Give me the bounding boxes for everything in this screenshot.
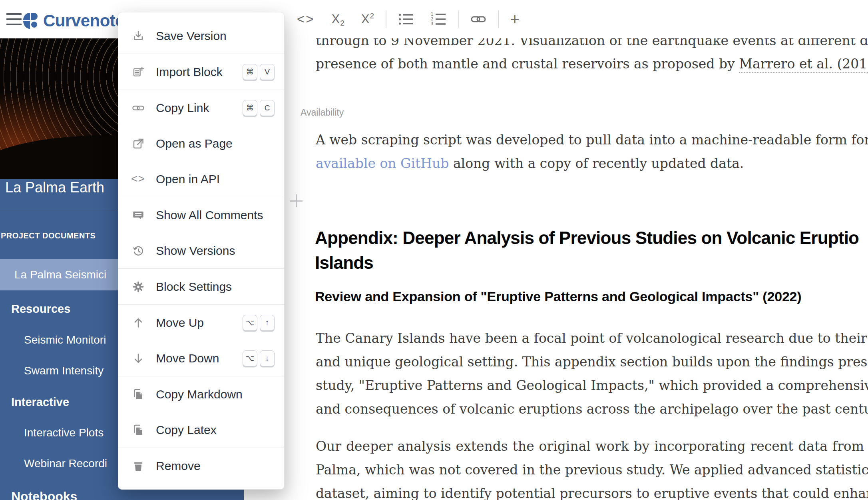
- keycap-c: C: [260, 100, 275, 116]
- shortcut-keys: ⌘ V: [243, 64, 275, 80]
- sidebar-item-label: Notebooks: [11, 489, 77, 500]
- menu-item-label: Block Settings: [156, 280, 232, 294]
- keycap-v: V: [260, 64, 275, 80]
- menu-item-move-down[interactable]: Move Down ⌥ ↓: [118, 340, 284, 376]
- keycap-cmd: ⌘: [243, 100, 257, 116]
- sidebar-item-label: Swarm Intensity: [24, 364, 104, 377]
- menu-item-remove[interactable]: Remove: [118, 448, 284, 484]
- superscript-base: X: [361, 12, 370, 26]
- sidebar-item-label: La Palma Seismici: [14, 268, 106, 281]
- availability-line: A web scraping script was developed to p…: [316, 131, 864, 149]
- menu-item-label: Show All Comments: [156, 208, 263, 222]
- menu-item-label: Show Versions: [156, 244, 235, 258]
- menu-item-label: Move Down: [156, 352, 219, 365]
- trash-icon: [132, 460, 145, 472]
- brand-name: Curvenote: [43, 11, 124, 30]
- doc-paragraph-line: and unique geological setting. This appe…: [316, 353, 864, 371]
- doc-paragraph-line: The Canary Islands have been a focal poi…: [316, 330, 864, 347]
- brand[interactable]: Curvenote: [23, 11, 124, 30]
- menu-item-copy-latex[interactable]: Copy Latex: [118, 412, 284, 448]
- doc-paragraph-line: Our deeper analysis extends the original…: [316, 438, 864, 455]
- doc-paragraph-line: study, "Eruptive Patterns and Geological…: [316, 377, 864, 394]
- keycap-option: ⌥: [243, 350, 257, 366]
- copy-icon: [132, 424, 145, 436]
- review-subheading: Review and Expansion of "Eruptive Patter…: [315, 289, 801, 304]
- menu-item-show-all-comments[interactable]: Show All Comments: [118, 197, 284, 233]
- keycap-cmd: ⌘: [243, 64, 257, 80]
- toolbar-divider: [386, 10, 386, 28]
- menu-item-copy-link[interactable]: Copy Link ⌘ C: [118, 90, 284, 126]
- code-glyph: <>: [131, 173, 145, 185]
- svg-text:3: 3: [431, 22, 433, 26]
- download-icon: [132, 30, 145, 42]
- keycap-arrow-down: ↓: [260, 350, 275, 366]
- curvenote-editor-screen: through to 9 November 2021. Visualizatio…: [0, 0, 868, 500]
- sidebar-item-label: Resources: [11, 302, 70, 316]
- menu-item-block-settings[interactable]: Block Settings: [118, 269, 284, 304]
- menu-item-label: Remove: [156, 459, 201, 473]
- project-documents-label: PROJECT DOCUMENTS: [1, 231, 96, 240]
- history-icon: [132, 244, 145, 257]
- menu-item-label: Move Up: [156, 316, 204, 330]
- shortcut-keys: ⌥ ↓: [243, 350, 275, 366]
- bullet-list-tool-icon[interactable]: [390, 12, 422, 26]
- import-block-icon: [132, 66, 145, 78]
- superscript-tool-icon[interactable]: X2: [353, 12, 382, 26]
- svg-text:1: 1: [431, 12, 433, 16]
- curvenote-logo-icon: [23, 13, 38, 29]
- svg-text:2: 2: [431, 17, 433, 21]
- menu-item-open-in-api[interactable]: <> Open in API: [118, 161, 284, 197]
- menu-item-import-block[interactable]: Import Block ⌘ V: [118, 54, 284, 90]
- add-block-tool-icon[interactable]: +: [502, 10, 528, 28]
- menu-item-label: Copy Link: [156, 101, 209, 115]
- menu-item-move-up[interactable]: Move Up ⌥ ↑: [118, 305, 284, 340]
- availability-section-label: Availability: [301, 107, 344, 118]
- link-icon: [132, 102, 145, 114]
- subscript-base: X: [332, 12, 340, 26]
- doc-text: along with a copy of recently updated da…: [449, 156, 744, 171]
- doc-paragraph-line: Palma, which was not covered in the prev…: [316, 461, 864, 479]
- hamburger-menu-icon[interactable]: [6, 13, 22, 25]
- citation-link[interactable]: Marrero et al. (2019): [739, 56, 868, 73]
- subscript-mark: 2: [340, 19, 344, 28]
- sidebar-item-label: Interactive: [11, 396, 69, 409]
- shortcut-keys: ⌘ C: [243, 100, 275, 116]
- gear-icon: [132, 280, 145, 293]
- link-tool-icon[interactable]: [462, 13, 495, 25]
- numbered-list-tool-icon[interactable]: 1 2 3: [422, 12, 455, 26]
- github-link[interactable]: available on GitHub: [316, 156, 449, 171]
- subscript-tool-icon[interactable]: X2: [323, 12, 353, 26]
- sidebar-item-label: Webinar Recordi: [24, 457, 107, 470]
- block-context-menu: Save Version Import Block ⌘ V: [118, 12, 285, 490]
- code-tool-icon[interactable]: <>: [289, 12, 323, 27]
- menu-item-label: Import Block: [156, 65, 223, 79]
- doc-paragraph-line: and consequences of volcanic eruptions a…: [316, 400, 864, 418]
- menu-item-show-versions[interactable]: Show Versions: [118, 233, 284, 268]
- menu-item-label: Save Version: [156, 29, 227, 43]
- project-title[interactable]: La Palma Earth: [5, 179, 104, 196]
- menu-item-label: Open as Page: [156, 137, 233, 150]
- doc-text: presence of both mantle and crustal rese…: [316, 56, 739, 72]
- code-icon: <>: [132, 173, 145, 186]
- doc-paragraph-line: presence of both mantle and crustal rese…: [316, 55, 864, 73]
- external-link-icon: [132, 137, 145, 150]
- sidebar-item-label: Seismic Monitori: [24, 334, 106, 346]
- menu-item-open-as-page[interactable]: Open as Page: [118, 126, 284, 161]
- arrow-down-icon: [132, 352, 145, 365]
- formatting-toolbar: <> X2 X2 1 2 3: [289, 0, 528, 38]
- appendix-heading-line1: Appendix: Deeper Analysis of Previous St…: [315, 226, 859, 250]
- superscript-mark: 2: [370, 12, 374, 20]
- menu-item-copy-markdown[interactable]: Copy Markdown: [118, 376, 284, 412]
- toolbar-divider: [498, 10, 499, 28]
- menu-item-label: Open in API: [156, 172, 220, 186]
- toolbar-divider: [458, 10, 459, 28]
- sidebar-item-label: Interactive Plots: [24, 426, 104, 439]
- comment-icon: [132, 209, 145, 222]
- shortcut-keys: ⌥ ↑: [243, 315, 275, 331]
- menu-item-save-version[interactable]: Save Version: [118, 18, 284, 54]
- copy-icon: [132, 388, 145, 401]
- menu-item-label: Copy Latex: [156, 423, 217, 437]
- insert-block-plus-icon[interactable]: [290, 194, 303, 207]
- availability-line: available on GitHub along with a copy of…: [316, 155, 744, 172]
- appendix-heading-line2: Islands: [315, 251, 373, 274]
